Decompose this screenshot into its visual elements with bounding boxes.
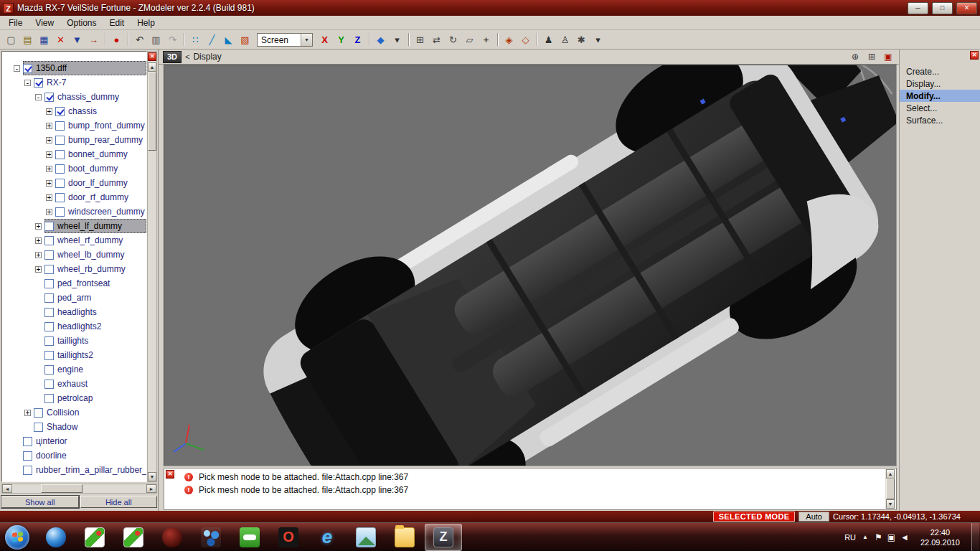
tree-item-exhaust[interactable]: exhaust xyxy=(4,377,146,391)
visibility-checkbox[interactable] xyxy=(44,336,54,346)
scrollbar-track[interactable] xyxy=(12,484,146,493)
pan-icon[interactable]: ⊞ xyxy=(865,51,878,63)
tray-flag-icon[interactable]: ⚑ xyxy=(875,532,882,542)
visibility-checkbox[interactable] xyxy=(23,64,32,73)
visibility-checkbox[interactable] xyxy=(44,380,54,389)
visibility-checkbox[interactable] xyxy=(44,308,54,317)
tree-item-1350.dff[interactable]: -1350.dff xyxy=(4,61,146,75)
log-close-button[interactable]: ✕ xyxy=(166,470,174,479)
expand-icon[interactable]: + xyxy=(35,252,42,258)
breadcrumb-back-arrow[interactable]: < xyxy=(185,52,189,61)
collapse-icon[interactable]: - xyxy=(24,80,31,86)
tree-item-petrolcap[interactable]: petrolcap xyxy=(4,391,146,405)
taskbar-app-photo-viewer[interactable] xyxy=(347,524,385,551)
scale-tool-icon[interactable]: ▱ xyxy=(461,32,478,47)
taskbar-app-green-pill-app[interactable] xyxy=(231,524,268,551)
screen-dropdown[interactable]: Screen ▼ xyxy=(257,33,313,47)
expand-icon[interactable]: + xyxy=(35,223,42,230)
rotate-tool-icon[interactable]: ↻ xyxy=(445,32,461,47)
open-file-icon[interactable]: ▤ xyxy=(19,32,36,47)
axis-x-button[interactable]: X xyxy=(316,32,333,47)
log-vertical-scrollbar[interactable]: ▲ ▼ xyxy=(885,469,895,509)
visibility-checkbox[interactable] xyxy=(55,164,65,174)
scrollbar-thumb[interactable] xyxy=(886,479,895,499)
tree-item-wheel_lb_dummy[interactable]: +wheel_lb_dummy xyxy=(4,248,146,262)
tree-item-Shadow[interactable]: Shadow xyxy=(4,420,146,434)
object-mode-icon[interactable]: ▧ xyxy=(237,32,253,47)
tree-item-windscreen_dummy[interactable]: +windscreen_dummy xyxy=(4,204,146,219)
scroll-down-button[interactable]: ▼ xyxy=(886,499,895,509)
settings-icon[interactable]: ✱ xyxy=(573,32,590,47)
tree-item-taillights2[interactable]: taillights2 xyxy=(4,348,146,362)
undo-icon[interactable]: ↶ xyxy=(131,32,148,47)
tray-chevron-icon[interactable]: ▲ xyxy=(862,534,868,540)
visibility-checkbox[interactable] xyxy=(55,121,65,131)
tree-item-rubber_trim_a_pillar_rubber_trim[interactable]: rubber_trim_a_pillar_rubber_trim xyxy=(4,463,146,477)
visibility-checkbox[interactable] xyxy=(55,193,65,202)
delete-icon[interactable]: ✕ xyxy=(52,32,69,47)
taskbar-app-zmodeler[interactable]: Z xyxy=(425,524,462,551)
tree-item-bonnet_dummy[interactable]: +bonnet_dummy xyxy=(4,147,146,161)
tree-item-taillights[interactable]: taillights xyxy=(4,334,146,348)
edge-mode-icon[interactable]: ╱ xyxy=(204,32,220,47)
expand-icon[interactable]: + xyxy=(46,123,52,129)
taskbar-app-green-app-1[interactable] xyxy=(76,524,113,551)
tools-dropdown-icon[interactable]: ▾ xyxy=(590,32,606,47)
expand-icon[interactable]: + xyxy=(46,166,52,172)
mirror-icon[interactable]: ⇄ xyxy=(428,32,445,47)
export-icon[interactable]: ▼ xyxy=(69,32,85,47)
taskbar-app-green-app-2[interactable] xyxy=(115,524,152,551)
tree-item-wheel_rf_dummy[interactable]: +wheel_rf_dummy xyxy=(4,233,146,248)
visibility-checkbox[interactable] xyxy=(55,150,65,159)
scroll-left-button[interactable]: ◄ xyxy=(2,484,12,493)
expand-icon[interactable]: + xyxy=(46,194,52,201)
visibility-checkbox[interactable] xyxy=(44,265,54,274)
pose-icon[interactable]: ♙ xyxy=(557,32,573,47)
taskbar-app-dark-red-app[interactable] xyxy=(154,524,191,551)
expand-icon[interactable]: + xyxy=(46,209,52,215)
tree-item-wheel_lf_dummy[interactable]: +wheel_lf_dummy xyxy=(4,219,146,233)
taskbar-app-file-explorer[interactable] xyxy=(386,524,423,551)
expand-icon[interactable]: + xyxy=(24,410,31,416)
menu-file[interactable]: File xyxy=(2,17,29,29)
render-icon[interactable]: ● xyxy=(108,32,125,47)
taskbar-app-internet-explorer[interactable]: e xyxy=(308,524,346,551)
expand-icon[interactable]: + xyxy=(46,108,52,115)
tree-item-bump_rear_dummy[interactable]: +bump_rear_dummy xyxy=(4,133,146,147)
menu-view[interactable]: View xyxy=(29,17,60,29)
show-desktop-button[interactable] xyxy=(971,523,979,551)
visibility-checkbox[interactable] xyxy=(23,466,32,475)
expand-icon[interactable]: + xyxy=(46,151,52,158)
expand-icon[interactable]: + xyxy=(46,180,52,187)
tree-item-ped_frontseat[interactable]: ped_frontseat xyxy=(4,276,146,291)
minimize-button[interactable]: ─ xyxy=(908,2,928,14)
tree-item-door_lf_dummy[interactable]: +door_lf_dummy xyxy=(4,176,146,190)
visibility-checkbox[interactable] xyxy=(44,222,54,231)
scroll-up-button[interactable]: ▲ xyxy=(886,469,895,479)
tree-vertical-scrollbar[interactable]: ✕ ▲ ▼ xyxy=(147,51,157,482)
window-titlebar[interactable]: Z Mazda RX-7 VeilSide Fortune - ZModeler… xyxy=(0,0,980,16)
expand-icon[interactable]: + xyxy=(46,137,52,143)
save-file-icon[interactable]: ▦ xyxy=(36,32,52,47)
visibility-checkbox[interactable] xyxy=(44,236,54,245)
snap-grid-icon[interactable]: ⊞ xyxy=(412,32,428,47)
scrollbar-thumb[interactable] xyxy=(41,484,83,493)
visibility-checkbox[interactable] xyxy=(55,107,65,116)
auto-toggle[interactable]: Auto xyxy=(798,512,829,522)
zoom-icon[interactable]: ⊕ xyxy=(849,51,862,63)
visibility-checkbox[interactable] xyxy=(44,322,54,331)
taskbar-app-molecule-app[interactable] xyxy=(192,524,230,551)
maximize-button[interactable]: □ xyxy=(932,2,953,14)
panel-tab-display[interactable]: Display... xyxy=(900,77,980,90)
start-button[interactable] xyxy=(5,525,29,550)
tray-display-icon[interactable]: ▣ xyxy=(887,532,895,542)
scroll-down-button[interactable]: ▼ xyxy=(148,472,156,481)
viewport-3d-canvas[interactable] xyxy=(164,65,897,466)
scrollbar-thumb[interactable] xyxy=(148,72,156,151)
material-picker-icon[interactable]: ◆ xyxy=(372,32,389,47)
attach-icon[interactable]: ◈ xyxy=(501,32,517,47)
tree-item-wheel_rb_dummy[interactable]: +wheel_rb_dummy xyxy=(4,262,146,276)
chevron-down-icon[interactable]: ▼ xyxy=(301,34,312,46)
panel-tab-select[interactable]: Select... xyxy=(900,102,980,114)
tree-horizontal-scrollbar[interactable]: ◄ ► xyxy=(1,484,157,494)
